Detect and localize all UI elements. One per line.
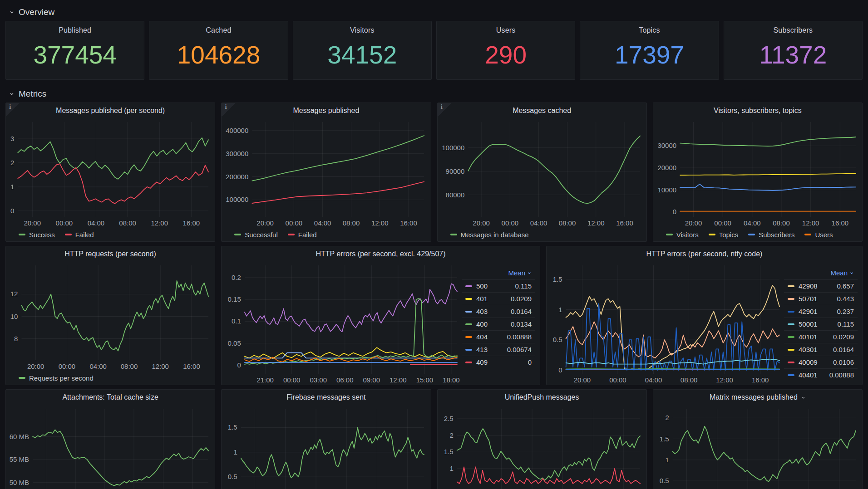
- svg-text:100000: 100000: [226, 196, 249, 203]
- chart-svg[interactable]: 012320:0000:0004:0008:0012:0016:00: [7, 118, 213, 228]
- panel-matrix-messages: Matrix messages published 0.511.5220:000…: [653, 389, 863, 489]
- series-label[interactable]: 40401: [799, 371, 821, 379]
- info-icon[interactable]: i: [222, 103, 235, 117]
- legend-item[interactable]: Topics: [709, 231, 739, 239]
- legend-item[interactable]: Users: [804, 231, 833, 239]
- svg-text:00:00: 00:00: [59, 362, 76, 370]
- legend-item[interactable]: Messages in database: [450, 231, 529, 239]
- svg-text:50 MB: 50 MB: [10, 479, 29, 486]
- panel-title[interactable]: HTTP errors (per second, ntfy code): [547, 246, 862, 262]
- svg-text:3: 3: [10, 135, 14, 142]
- legend-table-row[interactable]: 4130.00674: [462, 343, 535, 356]
- svg-text:1: 1: [665, 456, 669, 464]
- legend-table-row[interactable]: 401010.0209: [784, 330, 858, 343]
- series-label[interactable]: 413: [476, 346, 499, 353]
- legend-item[interactable]: Success: [19, 231, 55, 239]
- stat-title[interactable]: Topics: [639, 26, 660, 34]
- chart-legend: VisitorsTopicsSubscribersUsers: [654, 228, 860, 241]
- legend-item[interactable]: Subscribers: [748, 231, 794, 239]
- legend-table-row[interactable]: 429010.237: [784, 305, 858, 318]
- legend-table-row[interactable]: 500010.115: [784, 318, 858, 330]
- legend-table-row[interactable]: 404010.00888: [784, 368, 858, 381]
- svg-text:0: 0: [673, 208, 676, 215]
- svg-text:18:00: 18:00: [443, 376, 460, 384]
- stat-title[interactable]: Subscribers: [773, 26, 813, 34]
- series-label[interactable]: 42908: [799, 282, 821, 290]
- series-label[interactable]: 401: [476, 295, 499, 303]
- series-label[interactable]: 403: [476, 308, 499, 315]
- section-overview[interactable]: Overview: [5, 4, 863, 21]
- legend-table-row[interactable]: 5000.115: [462, 279, 535, 292]
- svg-text:16:00: 16:00: [616, 219, 633, 227]
- chart-svg[interactable]: 010000200003000020:0000:0004:0008:0012:0…: [654, 118, 860, 228]
- panel-title[interactable]: Firebase messages sent: [222, 390, 430, 405]
- panel-visitors-subscribers-topics: Visitors, subscribers, topics 0100002000…: [653, 103, 863, 242]
- series-label[interactable]: 50001: [799, 320, 821, 328]
- chart-svg[interactable]: 10000020000030000040000020:0000:0004:000…: [222, 118, 429, 228]
- chart-svg[interactable]: 11.522.520:0000:0004:0008:0012:0016:00: [439, 405, 645, 489]
- series-label[interactable]: 409: [476, 358, 499, 366]
- legend-table-row[interactable]: 4030.0164: [462, 305, 535, 318]
- series-label[interactable]: 40009: [799, 358, 821, 366]
- legend-table-row[interactable]: 400090.0106: [784, 356, 858, 368]
- panel-title[interactable]: Messages published: [222, 103, 430, 118]
- info-icon[interactable]: i: [438, 103, 451, 117]
- svg-text:08:00: 08:00: [681, 376, 698, 384]
- legend-item[interactable]: Failed: [288, 231, 317, 239]
- stat-title[interactable]: Users: [496, 26, 516, 34]
- panel-title[interactable]: Attachments: Total cache size: [6, 390, 215, 405]
- legend-item[interactable]: Successful: [234, 231, 278, 239]
- series-label[interactable]: 40101: [799, 333, 821, 341]
- section-metrics[interactable]: Metrics: [5, 85, 863, 103]
- legend-table-row[interactable]: 429080.657: [784, 279, 858, 292]
- legend-item[interactable]: Visitors: [666, 231, 699, 239]
- stat-title[interactable]: Published: [59, 26, 91, 34]
- stat-title[interactable]: Visitors: [350, 26, 375, 34]
- chart-svg[interactable]: 0.511.520:0000:0004:0008:0012:0016:00: [222, 405, 429, 489]
- chart-svg[interactable]: 0.511.5220:0000:0004:0008:0012:0016:00: [654, 405, 860, 489]
- panel-title[interactable]: Matrix messages published: [653, 390, 862, 405]
- panel-messages-cached: i Messages cached 800009000010000020:000…: [437, 103, 647, 242]
- chart-svg[interactable]: 800009000010000020:0000:0004:0008:0012:0…: [439, 118, 645, 228]
- legend-table-row[interactable]: 4040.00888: [462, 330, 535, 343]
- chart-svg[interactable]: 50 MB55 MB60 MB20:0000:0004:0008:0012:00…: [7, 405, 213, 489]
- legend-table-row[interactable]: 4000.0134: [462, 318, 535, 330]
- info-icon[interactable]: i: [6, 103, 20, 117]
- series-label[interactable]: 500: [476, 282, 499, 290]
- chart-svg[interactable]: 8101220:0000:0004:0008:0012:0016:00: [7, 262, 213, 371]
- legend-table-row[interactable]: 4090: [462, 356, 535, 368]
- panel-title[interactable]: UnifiedPush messages: [438, 390, 646, 405]
- series-label[interactable]: 42901: [799, 308, 821, 315]
- legend-item[interactable]: Requests per second: [19, 374, 94, 382]
- panel-title[interactable]: Messages published (per second): [6, 103, 215, 118]
- legend-mean-header[interactable]: Mean: [784, 268, 858, 279]
- stat-title[interactable]: Cached: [206, 26, 231, 34]
- panel-http-requests: HTTP requests (per second) 8101220:0000:…: [5, 246, 215, 385]
- svg-text:0.05: 0.05: [228, 339, 241, 347]
- svg-text:04:00: 04:00: [89, 362, 107, 370]
- svg-text:21:00: 21:00: [256, 376, 274, 384]
- panel-title[interactable]: HTTP errors (per second, excl. 429/507): [222, 246, 540, 262]
- svg-text:12: 12: [10, 290, 18, 298]
- series-mean-value: 0.237: [837, 308, 854, 315]
- svg-text:200000: 200000: [226, 173, 249, 181]
- legend-table-row[interactable]: 507010.443: [784, 292, 858, 305]
- chart-svg[interactable]: 00.511.520:0000:0004:0008:0012:0016:00: [547, 262, 784, 385]
- legend-table-row[interactable]: 403010.0164: [784, 343, 858, 356]
- svg-text:04:00: 04:00: [88, 219, 105, 227]
- legend-mean-header[interactable]: Mean: [462, 268, 535, 279]
- series-mean-value: 0.00674: [507, 346, 532, 353]
- series-label[interactable]: 50701: [799, 295, 821, 303]
- legend-item[interactable]: Failed: [65, 231, 94, 239]
- chart-svg[interactable]: 00.050.10.150.221:0000:0003:0006:0009:00…: [222, 262, 462, 385]
- series-label[interactable]: 404: [476, 333, 499, 341]
- series-label[interactable]: 40301: [799, 346, 821, 353]
- panel-title[interactable]: Visitors, subscribers, topics: [653, 103, 862, 118]
- dashboard: Overview Published 377454 Cached 104628 …: [0, 0, 868, 489]
- stat-value: 104628: [177, 34, 261, 79]
- legend-table-row[interactable]: 4010.0209: [462, 292, 535, 305]
- svg-text:08:00: 08:00: [119, 219, 136, 227]
- series-label[interactable]: 400: [476, 320, 499, 328]
- panel-title[interactable]: Messages cached: [438, 103, 646, 118]
- panel-title[interactable]: HTTP requests (per second): [6, 246, 215, 262]
